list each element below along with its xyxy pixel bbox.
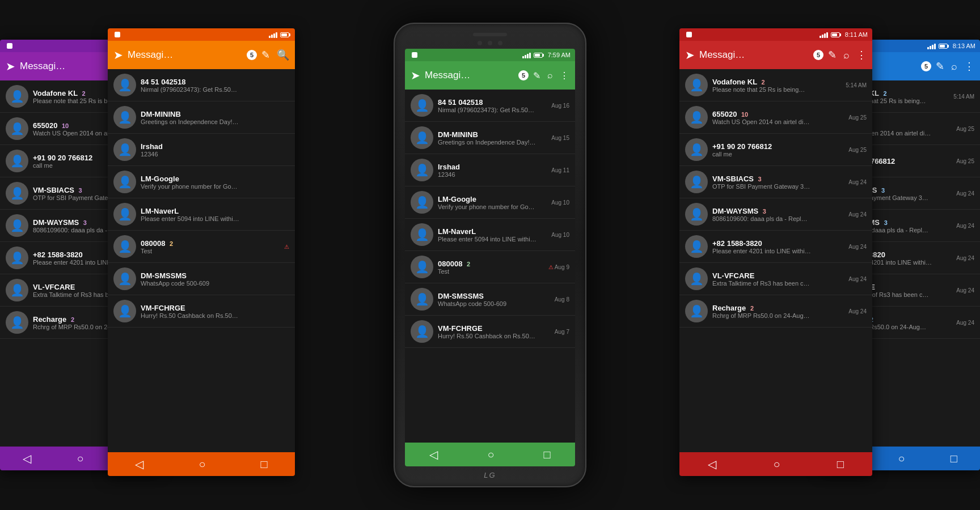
list-item[interactable]: 👤 LM-NaverL Please enter 5094 into LINE …: [405, 219, 575, 251]
list-item[interactable]: 👤 +91 90 20 766812 call me Aug 25: [679, 134, 872, 166]
red-message-list: 👤 Vodafone KL 2 Please note that 25 Rs i…: [679, 69, 872, 452]
home-icon[interactable]: ○: [77, 452, 83, 465]
list-item[interactable]: 👤 DM-SMSSMS WhatsApp code 500-609 Aug 8: [405, 283, 575, 316]
red-compose-icon[interactable]: ✎: [828, 49, 837, 61]
green-message-list: 👤 84 51 042518 Nirmal (9796023473): Get …: [405, 90, 575, 443]
orange-search-icon[interactable]: 🔍: [277, 49, 289, 61]
home-icon[interactable]: ○: [487, 448, 494, 461]
avatar: 👤: [113, 74, 136, 96]
orange-status-bar: [108, 28, 295, 41]
list-item[interactable]: 👤 VM-SBIACS 3 OTP for SBI Payment Gatewa…: [679, 166, 872, 198]
list-item[interactable]: 👤 Irshad 12346: [108, 134, 295, 166]
list-item[interactable]: 👤 +82 1588-3820 Please enter 4201 into L…: [679, 231, 872, 263]
green-screen: 7:59 AM ➤ Messagi… 5 ✎ ⌕ ⋮ 👤 84 51 04251…: [405, 49, 575, 466]
list-item[interactable]: 👤 655020 10 Watch US Open 2014 on airtel…: [679, 101, 872, 134]
avatar: 👤: [113, 106, 136, 129]
msg-date: Aug 10: [551, 232, 569, 238]
list-item[interactable]: 👤 VM-FCHRGE Hurry! Rs.50 Cashback on Rs.…: [405, 316, 575, 348]
msg-date: Aug 15: [551, 135, 569, 141]
msg-preview: OTP for SBI Payment Gateway 3…: [712, 183, 844, 190]
avatar: 👤: [6, 279, 28, 301]
list-item[interactable]: 👤 DM-WAYSMS 3 8086109600: daaa pls da - …: [679, 198, 872, 231]
list-item[interactable]: 👤 DM-MININB Greetings on Independence Da…: [405, 122, 575, 154]
list-item[interactable]: 👤 Irshad 12346 Aug 11: [405, 154, 575, 186]
green-search-icon[interactable]: ⌕: [547, 70, 553, 80]
list-item[interactable]: 👤 DM-MININB Greetings on Independence Da…: [108, 101, 295, 134]
battery-icon: [534, 53, 544, 58]
msg-name: Vodafone KL 2: [712, 78, 841, 86]
home-icon[interactable]: ○: [898, 452, 905, 465]
signal-bars: [820, 31, 828, 38]
red-notif-icon: [686, 32, 692, 37]
avatar: 👤: [411, 94, 433, 117]
msg-preview: Please note that 25 Rs is being…: [712, 86, 841, 93]
avatar: 👤: [685, 74, 708, 96]
green-more-icon[interactable]: ⋮: [560, 70, 569, 81]
camera-dot: [478, 41, 482, 45]
green-app-title: Messagi…: [425, 70, 513, 81]
home-icon[interactable]: ○: [198, 458, 205, 471]
green-time: 7:59 AM: [548, 52, 571, 58]
msg-preview: Verify your phone number for Go…: [141, 183, 289, 190]
red-nav-bar: ◁ ○ □: [679, 452, 872, 476]
msg-name: 84 51 042518: [438, 98, 547, 107]
device-cameras: [478, 41, 502, 45]
msg-content: DM-WAYSMS 3 8086109600: daaa pls da - Re…: [712, 207, 844, 222]
msg-date: Aug 11: [551, 167, 569, 173]
list-item[interactable]: 👤 080008 2 Test ⚠ Aug 9: [405, 251, 575, 283]
msg-content: DM-MININB Greetings on Independence Day!…: [438, 130, 547, 146]
recents-icon[interactable]: □: [951, 452, 957, 465]
signal-bars: [927, 42, 936, 49]
msg-date: 5:14 AM: [953, 94, 974, 100]
msg-date: Aug 24: [848, 308, 867, 314]
back-icon[interactable]: ◁: [135, 457, 143, 471]
red-more-icon[interactable]: ⋮: [856, 49, 867, 61]
recents-icon[interactable]: □: [543, 448, 550, 461]
back-icon[interactable]: ◁: [23, 452, 31, 465]
green-status-bar: 7:59 AM: [405, 49, 575, 61]
msg-preview: 12346: [438, 171, 547, 178]
msg-preview: Hurry! Rs.50 Cashback on Rs.50…: [141, 312, 289, 319]
list-item[interactable]: 👤 LM-Google Verify your phone number for…: [405, 186, 575, 219]
red-search-icon[interactable]: ⌕: [843, 49, 850, 61]
msg-date: ⚠ Aug 9: [548, 264, 569, 270]
msg-name: VM-FCHRGE: [438, 324, 550, 333]
msg-preview: 8086109600: daaa pls da - Repl…: [712, 215, 844, 222]
msg-preview: Watch US Open 2014 on airtel di…: [712, 118, 844, 125]
list-item[interactable]: 👤 Recharge 2 Rchrg of MRP Rs50.0 on 24-A…: [679, 295, 872, 328]
blue-compose-icon[interactable]: ✎: [936, 60, 944, 73]
blue-search-icon[interactable]: ⌕: [951, 61, 957, 73]
list-item[interactable]: 👤 VM-FCHRGE Hurry! Rs.50 Cashback on Rs.…: [108, 295, 295, 328]
msg-content: DM-SMSSMS WhatsApp code 500-609: [438, 292, 550, 307]
list-item[interactable]: 👤 080008 2 Test ⚠: [108, 231, 295, 263]
list-item[interactable]: 👤 VL-VFCARE Extra Talktime of Rs3 has be…: [679, 263, 872, 295]
msg-name: Irshad: [141, 142, 289, 151]
blue-time: 8:13 AM: [953, 42, 975, 49]
list-item[interactable]: 👤 84 51 042518 Nirmal (9796023473): Get …: [108, 69, 295, 101]
green-compose-icon[interactable]: ✎: [533, 70, 540, 81]
msg-date: Aug 25: [848, 147, 867, 153]
recents-icon[interactable]: □: [837, 458, 844, 471]
orange-notif-icon: [115, 32, 120, 37]
msg-date: Aug 25: [956, 126, 974, 132]
msg-name: LM-NaverL: [141, 207, 289, 215]
home-icon[interactable]: ○: [773, 458, 780, 471]
msg-date: Aug 25: [848, 114, 867, 121]
list-item[interactable]: 👤 LM-NaverL Please enter 5094 into LINE …: [108, 198, 295, 231]
list-item[interactable]: 👤 LM-Google Verify your phone number for…: [108, 166, 295, 198]
list-item[interactable]: 👤 84 51 042518 Nirmal (9796023473): Get …: [405, 90, 575, 122]
list-item[interactable]: 👤 DM-SMSSMS WhatsApp code 500-609: [108, 263, 295, 295]
back-icon[interactable]: ◁: [708, 457, 716, 471]
list-item[interactable]: 👤 Vodafone KL 2 Please note that 25 Rs i…: [679, 69, 872, 101]
battery-icon: [831, 32, 841, 37]
recents-icon[interactable]: □: [260, 458, 267, 471]
msg-content: 84 51 042518 Nirmal (9796023473): Get Rs…: [438, 98, 547, 113]
blue-more-icon[interactable]: ⋮: [964, 60, 974, 73]
msg-badge: 3: [79, 187, 82, 194]
msg-badge: 2: [467, 261, 470, 267]
back-icon[interactable]: ◁: [429, 448, 438, 461]
orange-compose-icon[interactable]: ✎: [261, 49, 270, 61]
green-app-bar: ➤ Messagi… 5 ✎ ⌕ ⋮: [405, 61, 575, 90]
msg-date: Aug 24: [848, 179, 867, 185]
msg-preview: Please enter 5094 into LINE withi…: [141, 215, 289, 222]
